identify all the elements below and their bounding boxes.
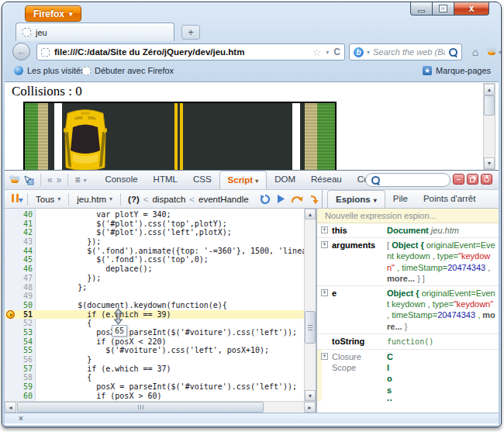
- scroll-up-icon[interactable]: ▲: [484, 84, 495, 95]
- close-button[interactable]: x: [454, 2, 489, 16]
- scrollbar-thumb[interactable]: [17, 402, 264, 413]
- expander-icon[interactable]: +: [321, 289, 328, 296]
- line-number[interactable]: 45: [5, 255, 33, 264]
- code-line-54[interactable]: 54 if (posX < 220): [5, 337, 304, 347]
- line-number[interactable]: 40: [5, 210, 33, 219]
- scroll-right-icon[interactable]: ►: [304, 402, 316, 413]
- code-line-55[interactable]: 55 $('#voiture').css('left', posX+10);: [5, 346, 304, 355]
- history-forward-icon[interactable]: »: [57, 175, 62, 185]
- script-file-selector[interactable]: jeu.htm ▾: [71, 195, 118, 204]
- code-line-42[interactable]: 42 $('#plot').css('left',plotX);: [5, 228, 304, 237]
- firefox-app-button[interactable]: Firefox ▾: [25, 5, 81, 22]
- code-line-49[interactable]: 49: [5, 292, 304, 301]
- line-number[interactable]: 52: [5, 319, 33, 328]
- side-tab-points-d-arr-t[interactable]: Points d'arrêt: [416, 189, 483, 208]
- step-into-icon[interactable]: [309, 194, 321, 205]
- search-engine-dropdown-icon[interactable]: ▾: [367, 49, 370, 56]
- bookmark-getting-started[interactable]: Débuter avec Firefox: [82, 66, 174, 75]
- line-number[interactable]: 59: [5, 382, 33, 392]
- code-line-57[interactable]: 57 if (e.which == 37): [5, 365, 304, 374]
- code-line-41[interactable]: 41 $('#plot').css('top',plotY);: [5, 219, 304, 229]
- code-line-60[interactable]: 60 if (posX > 60): [5, 392, 304, 401]
- breadcrumb-item[interactable]: dispatch: [152, 195, 185, 204]
- firebug-menu-icon[interactable]: [9, 175, 20, 185]
- line-number[interactable]: 48: [5, 283, 33, 292]
- rerun-icon[interactable]: [260, 194, 271, 205]
- line-number[interactable]: 53: [5, 328, 33, 337]
- bookmark-most-visited[interactable]: Les plus visités: [14, 66, 85, 75]
- line-number[interactable]: 56: [5, 355, 33, 365]
- watch-row-this[interactable]: +thisDocument jeu.htm: [317, 223, 499, 238]
- step-over-icon[interactable]: [291, 194, 304, 205]
- code-line-59[interactable]: 59 posX = parseInt($('#voiture').css('le…: [5, 382, 304, 392]
- firebug-options-icon[interactable]: ≡: [74, 175, 79, 185]
- code-line-53[interactable]: 53 posX = parseInt($('#voiture').css('le…: [5, 328, 304, 337]
- bookmark-star-icon[interactable]: ☆: [312, 47, 322, 58]
- firebug-toolbar-button[interactable]: ▾: [485, 43, 502, 60]
- code-line-51[interactable]: 51 if (e.which == 39): [5, 310, 304, 320]
- back-button[interactable]: ←: [12, 43, 30, 60]
- line-number[interactable]: 55: [5, 346, 33, 355]
- firebug-tab-css[interactable]: CSS: [185, 170, 219, 189]
- line-number[interactable]: 47: [5, 274, 33, 283]
- line-number[interactable]: 44: [5, 247, 33, 256]
- code-line-48[interactable]: 48 };: [5, 283, 304, 292]
- firebug-tab-réseau[interactable]: Réseau: [303, 170, 350, 189]
- code-line-50[interactable]: 50 $(document).keydown(function(e){: [5, 301, 304, 310]
- firebug-options-caret-icon[interactable]: ▾: [83, 177, 86, 184]
- line-number[interactable]: 43: [5, 237, 33, 247]
- code-horizontal-scrollbar[interactable]: ◄ ►: [5, 401, 316, 413]
- source-code-panel[interactable]: 40 var plotY = 340;41 $('#plot').css('to…: [5, 209, 316, 401]
- line-number[interactable]: 42: [5, 228, 33, 237]
- new-watch-expression-field[interactable]: Nouvelle expression espion...: [317, 209, 499, 223]
- scroll-up-icon[interactable]: ▲: [305, 209, 316, 219]
- code-line-44[interactable]: 44 $('.fond').animate({top: '-=360'}, 15…: [5, 247, 304, 256]
- line-number[interactable]: 49: [5, 292, 33, 301]
- scroll-down-icon[interactable]: ▼: [484, 157, 495, 169]
- script-type-filter[interactable]: Tous ▾: [30, 195, 66, 204]
- line-number[interactable]: 54: [5, 337, 33, 347]
- expander-icon[interactable]: +: [321, 241, 328, 248]
- line-number[interactable]: 41: [5, 219, 33, 229]
- code-line-46[interactable]: 46 deplace();: [5, 264, 304, 274]
- scrollbar-thumb[interactable]: [305, 311, 316, 344]
- code-line-56[interactable]: 56 }: [5, 355, 304, 365]
- home-button[interactable]: ⌂: [467, 43, 484, 60]
- firebug-tab-html[interactable]: HTML: [146, 170, 185, 189]
- code-line-52[interactable]: 52 {: [5, 319, 304, 328]
- new-tab-button[interactable]: +: [181, 25, 200, 40]
- line-number[interactable]: 46: [5, 264, 33, 274]
- line-number[interactable]: 51: [5, 310, 33, 320]
- inspect-element-icon[interactable]: [24, 175, 34, 185]
- code-line-43[interactable]: 43 });: [5, 237, 304, 247]
- url-dropdown-icon[interactable]: ▾: [326, 49, 329, 56]
- firebug-search-box[interactable]: [365, 173, 450, 187]
- firebug-dropdown-icon[interactable]: ▾: [499, 49, 502, 56]
- breadcrumb-item[interactable]: eventHandle: [198, 195, 249, 204]
- firebug-close-button[interactable]: [481, 174, 492, 185]
- firebug-tab-dom[interactable]: DOM: [267, 170, 303, 189]
- firebug-minimize-button[interactable]: –: [453, 174, 464, 185]
- expander-icon[interactable]: +: [321, 353, 328, 360]
- firebug-tab-script[interactable]: Script▾: [219, 171, 268, 189]
- side-tab-pile[interactable]: Pile: [385, 189, 416, 208]
- line-number[interactable]: 58: [5, 373, 33, 382]
- scroll-down-icon[interactable]: ▼: [305, 390, 316, 401]
- search-icon[interactable]: [448, 47, 457, 57]
- tab-jeu[interactable]: jeu: [16, 22, 174, 41]
- close-bar-icon[interactable]: ×: [19, 413, 23, 423]
- scroll-left-icon[interactable]: ◄: [5, 402, 16, 413]
- breadcrumb-item[interactable]: (?): [128, 195, 140, 204]
- url-bar[interactable]: file:///C:/data/Site du Zéro/jQuery/dev/…: [36, 43, 345, 60]
- line-number[interactable]: 57: [5, 365, 33, 374]
- search-engine-icon[interactable]: b: [354, 47, 364, 57]
- history-back-icon[interactable]: «: [47, 175, 53, 185]
- search-bar[interactable]: b ▾ Search the web (Bal: [349, 43, 462, 60]
- continue-icon[interactable]: [276, 194, 285, 204]
- maximize-button[interactable]: [433, 2, 454, 16]
- page-scrollbar[interactable]: ▲ ▼: [483, 83, 495, 170]
- minimize-button[interactable]: [410, 2, 433, 16]
- break-on-next-icon[interactable]: [11, 194, 22, 204]
- line-number[interactable]: 50: [5, 301, 33, 310]
- watch-row-arguments[interactable]: +arguments[ Object { originalEvent=Event…: [317, 238, 499, 286]
